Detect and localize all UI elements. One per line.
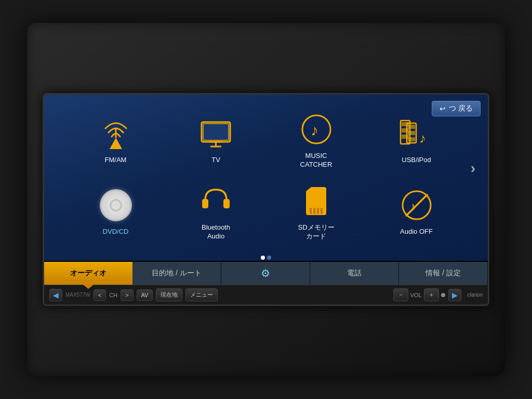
sd-icon <box>298 183 335 219</box>
svg-rect-23 <box>313 208 315 214</box>
audiooff-icon: ♪ <box>398 187 435 223</box>
svg-rect-25 <box>321 208 323 214</box>
menu-item-usb[interactable]: ♪ USB/iPod <box>369 107 464 174</box>
menu-item-tv[interactable]: TV <box>168 107 263 174</box>
left-arrow-icon: ◀ <box>53 291 59 299</box>
next-page-chevron[interactable]: › <box>471 160 475 177</box>
menu-button[interactable]: メニュー <box>185 288 218 301</box>
dvd-icon <box>98 187 134 223</box>
tab-route-label: 目的地 / ルート <box>152 269 202 278</box>
bluetooth-label: Bluetooth Audio <box>202 223 230 241</box>
vol-minus-icon: － <box>398 291 404 298</box>
svg-rect-22 <box>310 208 312 214</box>
svg-text:♪: ♪ <box>419 130 426 146</box>
av-button[interactable]: AV <box>137 289 153 301</box>
tv-icon <box>198 115 234 152</box>
svg-rect-19 <box>223 199 230 208</box>
tab-audio-label: オーディオ <box>70 269 107 278</box>
menu-item-sd[interactable]: SDメモリー カード <box>269 179 364 245</box>
dvd-label: DVD/CD <box>103 228 129 236</box>
vol-label: VOL <box>410 292 422 298</box>
svg-rect-16 <box>408 137 415 141</box>
left-arrow-button[interactable]: ◀ <box>49 289 62 301</box>
usb-label: USB/iPod <box>402 156 431 165</box>
menu-item-fmam[interactable]: FM/AM <box>68 107 163 174</box>
nav-tabs: オーディオ 目的地 / ルート ⚙ 電話 情報 / 設定 <box>44 261 488 285</box>
current-pos-button[interactable]: 現在地 <box>156 288 182 301</box>
menu-item-bluetooth[interactable]: Bluetooth Audio <box>168 179 263 245</box>
model-label: MAX577W <box>65 292 90 298</box>
svg-rect-14 <box>408 125 415 129</box>
vol-minus-button[interactable]: － <box>393 288 408 301</box>
menu-item-audiooff[interactable]: ♪ Audio OFF <box>369 179 464 245</box>
fmam-icon <box>98 115 134 152</box>
tab-info-label: 情報 / 設定 <box>425 269 461 278</box>
right-arrow-icon: ▶ <box>452 291 458 299</box>
svg-rect-24 <box>317 208 319 214</box>
vol-plus-button[interactable]: ＋ <box>424 288 439 301</box>
audiooff-label: Audio OFF <box>400 228 433 236</box>
tab-nav[interactable]: ⚙ <box>221 262 310 285</box>
tv-label: TV <box>211 156 220 165</box>
dot-indicator <box>441 293 445 297</box>
control-bar: ◀ MAX577W < CH > AV 現在地 メニュー － <box>44 285 488 304</box>
sd-label: SDメモリー カード <box>298 223 334 241</box>
ch-label: CH <box>109 292 117 298</box>
music-icon: ♪ <box>298 111 335 148</box>
svg-rect-15 <box>408 131 415 135</box>
ch-prev-button[interactable]: < <box>94 289 106 301</box>
brand-label: clarion <box>468 292 483 298</box>
vol-section: － VOL ＋ <box>393 288 445 301</box>
usb-icon: ♪ <box>398 115 435 152</box>
right-arrow-button[interactable]: ▶ <box>448 289 461 301</box>
dot-2 <box>267 256 271 260</box>
svg-rect-18 <box>202 199 208 208</box>
svg-rect-3 <box>203 124 229 140</box>
menu-grid: FM/AM TV <box>52 102 480 256</box>
tab-audio[interactable]: オーディオ <box>44 262 132 285</box>
svg-marker-0 <box>110 138 122 149</box>
tab-nav-icon: ⚙ <box>261 267 270 280</box>
tab-phone[interactable]: 電話 <box>310 262 399 285</box>
ch-prev-icon: < <box>98 292 101 298</box>
music-label: MUSIC CATCHER <box>300 152 332 169</box>
screen-wrapper: ↩ つ 戻る <box>43 93 489 306</box>
menu-item-dvd[interactable]: DVD/CD <box>68 179 163 245</box>
tab-info[interactable]: 情報 / 設定 <box>399 262 488 285</box>
menu-label: メニュー <box>190 291 213 298</box>
page-indicator <box>52 256 480 260</box>
svg-rect-11 <box>402 128 409 132</box>
svg-text:♪: ♪ <box>311 122 318 139</box>
bluetooth-icon <box>198 183 234 219</box>
tab-route[interactable]: 目的地 / ルート <box>132 262 221 285</box>
car-frame: ↩ つ 戻る <box>27 23 505 376</box>
fmam-label: FM/AM <box>105 156 127 165</box>
dot-1 <box>261 256 265 260</box>
current-pos-label: 現在地 <box>161 291 178 298</box>
ch-next-icon: > <box>125 292 128 298</box>
svg-rect-12 <box>402 135 409 139</box>
menu-item-music[interactable]: ♪ MUSIC CATCHER <box>269 107 364 174</box>
main-screen: ↩ つ 戻る <box>44 95 488 261</box>
tab-phone-label: 電話 <box>347 269 362 278</box>
vol-plus-icon: ＋ <box>429 291 434 298</box>
ch-next-button[interactable]: > <box>121 289 133 301</box>
av-label: AV <box>141 292 149 298</box>
